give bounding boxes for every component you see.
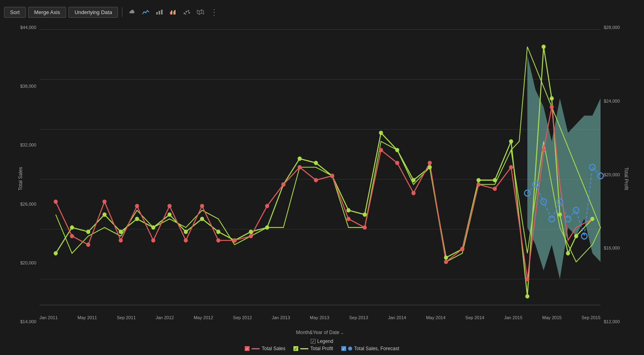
legend-profit-line (300, 348, 308, 349)
x-axis: Jan 2011 May 2011 Sep 2011 Jan 2012 May … (39, 314, 601, 330)
svg-point-31 (184, 230, 188, 234)
more-options-icon[interactable]: ⋮ (208, 6, 220, 18)
legend-title-text: Legend (317, 338, 333, 344)
svg-point-32 (200, 217, 204, 221)
svg-point-45 (411, 178, 415, 182)
map-icon[interactable] (195, 6, 206, 18)
legend-sales-line (252, 348, 260, 349)
toolbar-separator-1 (122, 7, 122, 17)
merge-axis-button[interactable]: Merge Axis (28, 7, 66, 18)
svg-point-61 (86, 243, 90, 247)
svg-rect-14 (39, 21, 601, 314)
y-right-tick: $16,000 (604, 246, 620, 250)
legend-area: ✓ Legend ✓ Total Sales ✓ Total Profit ✓ … (4, 336, 640, 353)
svg-point-29 (151, 225, 155, 230)
svg-rect-2 (161, 10, 163, 14)
svg-point-27 (119, 230, 123, 234)
legend-profit-checkbox[interactable]: ✓ (293, 346, 298, 351)
svg-rect-6 (174, 10, 175, 14)
svg-point-69 (216, 238, 220, 243)
svg-point-83 (444, 260, 448, 264)
scatter-icon[interactable] (181, 6, 192, 18)
svg-point-54 (550, 96, 554, 101)
svg-point-66 (167, 204, 171, 208)
svg-rect-5 (173, 11, 174, 14)
svg-point-81 (411, 191, 415, 195)
svg-rect-1 (159, 11, 160, 14)
svg-point-9 (188, 10, 189, 12)
svg-point-76 (330, 174, 334, 178)
y-axis-left: $44,000 $38,000 $32,000 $26,000 $20,000 … (11, 21, 39, 336)
svg-rect-3 (170, 12, 171, 14)
svg-point-51 (509, 139, 513, 144)
x-tick: Sep 2012 (233, 315, 252, 320)
x-axis-title-text: Month&Year of Date (296, 330, 340, 335)
svg-point-49 (477, 178, 481, 182)
legend-items: ✓ Total Sales ✓ Total Profit ✓ Total Sal… (4, 346, 640, 351)
main-container: Sort Merge Axis Underlying Data (0, 0, 644, 355)
legend-sales-label: Total Sales (262, 346, 285, 351)
chart-main: Jan 2011 May 2011 Sep 2011 Jan 2012 May … (39, 21, 601, 336)
legend-checkbox[interactable]: ✓ (311, 339, 316, 344)
svg-point-88 (525, 277, 529, 281)
svg-point-82 (428, 161, 432, 165)
svg-point-84 (460, 247, 464, 251)
svg-container (39, 21, 601, 314)
svg-point-77 (347, 217, 351, 221)
legend-forecast-label: Total Sales, Forecast (354, 346, 399, 351)
y-axis-right-label-container: Total Profit (633, 21, 640, 336)
cloud-icon[interactable] (126, 6, 138, 18)
x-tick: Jan 2013 (272, 315, 290, 320)
sort-button[interactable]: Sort (4, 7, 26, 18)
y-tick: $26,000 (20, 202, 36, 206)
dropdown-chevron-icon: ⌄ (341, 330, 344, 335)
x-tick: Sep 2015 (582, 315, 601, 320)
svg-point-59 (54, 200, 58, 204)
underlying-data-button[interactable]: Underlying Data (68, 7, 118, 18)
svg-point-63 (119, 238, 123, 243)
svg-point-55 (558, 213, 562, 217)
svg-point-89 (542, 148, 546, 152)
svg-point-44 (395, 148, 399, 152)
svg-point-11 (185, 14, 186, 15)
x-tick: May 2015 (542, 315, 561, 320)
legend-forecast-dot (348, 347, 352, 351)
grouped-bar-icon[interactable] (167, 6, 179, 18)
line-chart-icon[interactable] (140, 6, 151, 18)
legend-profit-label: Total Profit (310, 346, 333, 351)
svg-point-80 (395, 161, 399, 165)
y-axis-left-label-container: Total Sales (4, 21, 11, 336)
y-right-tick: $24,000 (604, 99, 620, 103)
svg-point-60 (70, 234, 74, 238)
x-tick: Sep 2014 (465, 315, 484, 320)
svg-point-43 (379, 131, 383, 135)
y-tick: $14,000 (20, 319, 36, 324)
y-tick: $44,000 (20, 25, 36, 30)
chart-svg (39, 21, 601, 314)
svg-point-23 (54, 251, 58, 256)
svg-point-86 (493, 187, 497, 191)
svg-point-30 (167, 213, 171, 217)
x-axis-title[interactable]: Month&Year of Date ⌄ (39, 330, 601, 336)
legend-forecast-checkbox[interactable]: ✓ (341, 346, 346, 351)
y-right-tick: $28,000 (604, 25, 620, 30)
svg-point-58 (590, 217, 594, 221)
svg-point-65 (151, 238, 155, 243)
y-right-tick: $20,000 (604, 172, 620, 177)
svg-point-64 (135, 204, 139, 208)
svg-point-10 (188, 12, 190, 14)
x-tick: May 2013 (310, 315, 329, 320)
legend-sales-checkbox[interactable]: ✓ (245, 346, 250, 351)
svg-point-57 (574, 234, 578, 238)
bar-chart-icon[interactable] (154, 6, 165, 18)
x-tick: May 2011 (78, 315, 97, 320)
svg-point-75 (314, 178, 318, 182)
legend-title[interactable]: ✓ Legend (4, 338, 640, 344)
y-tick: $20,000 (20, 260, 36, 265)
x-tick: Jan 2014 (388, 315, 406, 320)
svg-point-24 (70, 225, 74, 230)
svg-point-47 (444, 256, 448, 260)
svg-point-85 (477, 182, 481, 187)
x-tick: Jan 2012 (156, 315, 174, 320)
chart-area: Total Sales $44,000 $38,000 $32,000 $26,… (4, 21, 640, 336)
